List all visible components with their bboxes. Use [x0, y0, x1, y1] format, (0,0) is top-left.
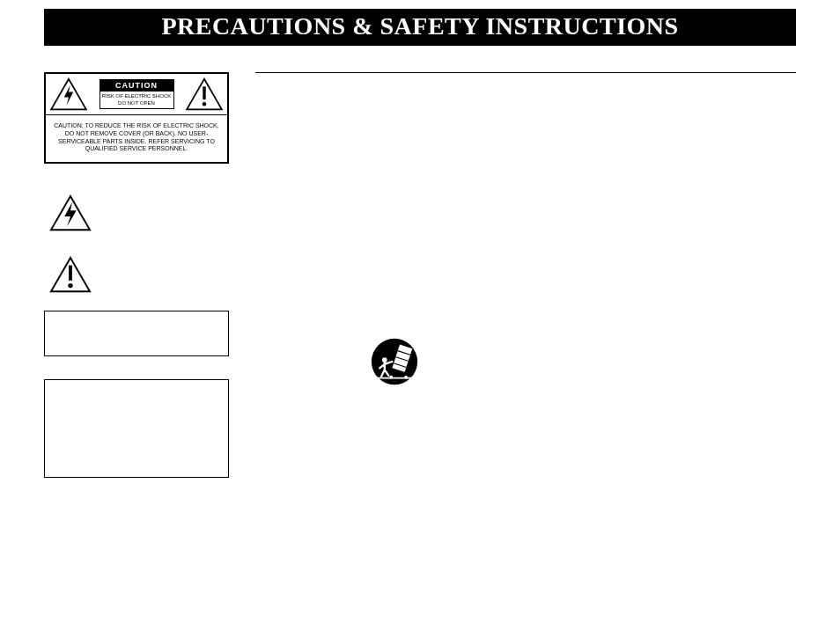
caution-label-block: CAUTION RISK OF ELECTRIC SHOCK DO NOT OP…	[99, 79, 174, 108]
caution-sublabel: RISK OF ELECTRIC SHOCK DO NOT OPEN	[99, 92, 174, 108]
caution-sub-line2: DO NOT OPEN	[102, 100, 172, 106]
right-column	[229, 72, 796, 478]
exclamation-triangle-icon	[185, 77, 224, 111]
caution-body-text: CAUTION: TO REDUCE THE RISK OF ELECTRIC …	[46, 115, 227, 162]
caution-top-row: CAUTION RISK OF ELECTRIC SHOCK DO NOT OP…	[46, 74, 227, 115]
horizontal-rule	[255, 72, 796, 73]
svg-point-7	[68, 283, 72, 288]
empty-box-2	[44, 379, 229, 478]
lightning-triangle-icon	[49, 194, 92, 231]
content-area: CAUTION RISK OF ELECTRIC SHOCK DO NOT OP…	[44, 72, 796, 478]
caution-header: CAUTION	[99, 79, 174, 92]
caution-box: CAUTION RISK OF ELECTRIC SHOCK DO NOT OP…	[44, 72, 229, 164]
svg-point-15	[389, 376, 393, 379]
svg-rect-2	[203, 86, 205, 99]
page-title: PRECAUTIONS & SAFETY INSTRUCTIONS	[44, 9, 796, 46]
lightning-triangle-icon	[49, 77, 88, 111]
svg-point-16	[404, 376, 408, 379]
left-column: CAUTION RISK OF ELECTRIC SHOCK DO NOT OP…	[44, 72, 229, 478]
tipping-cart-icon	[370, 337, 419, 386]
empty-box-1	[44, 311, 229, 356]
svg-rect-6	[69, 266, 72, 281]
caution-sub-line1: RISK OF ELECTRIC SHOCK	[102, 93, 172, 99]
svg-point-3	[203, 102, 206, 106]
exclamation-triangle-icon	[49, 256, 92, 293]
